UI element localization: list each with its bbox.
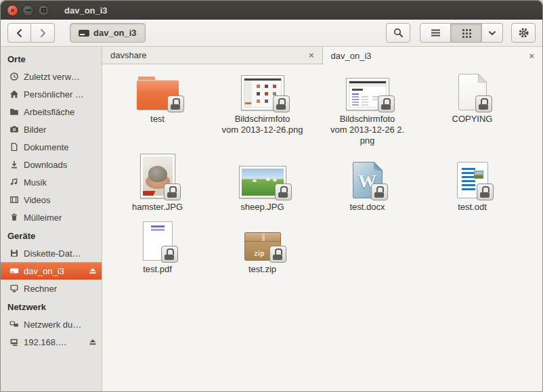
tab-close-button[interactable]: × xyxy=(309,51,314,60)
lock-emblem-icon xyxy=(275,183,292,200)
network-icon xyxy=(9,320,19,329)
sidebar-item-label: Arbeitsfläche xyxy=(24,107,74,117)
eject-icon xyxy=(88,337,97,347)
location-label: dav_on_i3 xyxy=(93,28,137,38)
file-test-folder[interactable]: test xyxy=(105,68,210,146)
chevron-right-icon xyxy=(38,28,47,38)
file-hamster-jpg[interactable]: hamster.JPG xyxy=(105,151,210,213)
file-label: test.zip xyxy=(248,264,276,274)
sidebar-item-muelleimer[interactable]: Mülleimer xyxy=(1,209,102,226)
document-icon xyxy=(9,142,19,152)
search-button[interactable] xyxy=(386,23,410,43)
file-test-odt[interactable]: test.odt xyxy=(420,151,525,213)
sidebar-item-musik[interactable]: Musik xyxy=(1,173,102,191)
tab-davshare[interactable]: davshare × xyxy=(102,47,323,64)
sidebar-item-192-168-share[interactable]: 192.168.… xyxy=(1,333,102,351)
sidebar-item-label: Downloads xyxy=(24,160,67,170)
search-icon xyxy=(393,28,404,38)
file-test-zip[interactable]: zip test.zip xyxy=(210,219,315,275)
sidebar-item-label: Bilder xyxy=(24,125,46,135)
file-test-pdf[interactable]: test.pdf xyxy=(105,219,210,275)
tab-close-button[interactable]: × xyxy=(529,51,534,60)
clock-icon xyxy=(9,72,19,81)
sidebar-item-label: Netzwerk du… xyxy=(24,320,81,330)
sidebar-item-label: Rechner xyxy=(24,284,57,294)
history-button-group xyxy=(7,23,55,43)
sidebar-item-dav-on-i3[interactable]: dav_on_i3 xyxy=(1,262,102,280)
tab-bar: davshare × dav_on_i3 × xyxy=(102,47,542,64)
computer-icon xyxy=(9,284,19,293)
sidebar-item-downloads[interactable]: Downloads xyxy=(1,156,102,173)
file-label-line: Bildschirmfoto xyxy=(222,114,303,125)
music-note-icon xyxy=(9,177,19,187)
grid-view-button[interactable] xyxy=(451,23,482,43)
sidebar-item-label: Diskette-Dat… xyxy=(24,248,81,259)
forward-button[interactable] xyxy=(31,23,55,43)
camera-icon xyxy=(9,125,19,134)
folder-icon xyxy=(9,107,19,116)
window-minimize-button[interactable] xyxy=(22,5,34,16)
file-bildschirmfoto-1[interactable]: Bildschirmfoto vom 2013-12-26.png xyxy=(210,68,315,146)
view-options-dropdown-button[interactable] xyxy=(482,23,503,43)
window-maximize-button[interactable] xyxy=(38,5,49,16)
eject-button[interactable] xyxy=(88,266,97,276)
sidebar-item-dokumente[interactable]: Dokumente xyxy=(1,138,102,156)
sidebar-item-label: 192.168.… xyxy=(24,337,67,347)
tab-label: dav_on_i3 xyxy=(331,51,372,61)
sidebar-section-orte: Orte xyxy=(1,49,102,68)
file-label: test.odt xyxy=(458,202,487,212)
file-label: test xyxy=(150,114,165,124)
sidebar-item-rechner[interactable]: Rechner xyxy=(1,280,102,297)
sidebar-item-label: Dokumente xyxy=(24,142,68,152)
download-icon xyxy=(9,160,19,169)
list-view-icon xyxy=(431,28,441,37)
trash-icon xyxy=(9,213,19,222)
chevron-down-icon xyxy=(487,28,497,38)
location-button[interactable]: dav_on_i3 xyxy=(70,23,146,43)
zip-label: zip xyxy=(255,250,265,257)
file-label: test.pdf xyxy=(143,264,172,274)
sidebar-item-label: Musik xyxy=(24,177,47,188)
eject-button[interactable] xyxy=(88,337,97,347)
sidebar-item-zuletzt-verwendet[interactable]: Zuletzt verw… xyxy=(1,68,102,85)
file-label-line: vom 2013-12-26 2. xyxy=(330,125,404,135)
list-view-button[interactable] xyxy=(420,23,451,43)
tab-dav-on-i3[interactable]: dav_on_i3 × xyxy=(323,47,543,64)
file-sheep-jpg[interactable]: sheep.JPG xyxy=(210,151,315,213)
chevron-left-icon xyxy=(15,28,24,38)
sidebar-item-label: Zuletzt verw… xyxy=(24,72,80,82)
gear-icon xyxy=(518,27,529,39)
toolbar: dav_on_i3 xyxy=(1,20,542,47)
lock-emblem-icon xyxy=(378,95,395,112)
window-close-button[interactable]: × xyxy=(7,5,18,16)
file-test-docx[interactable]: W test.docx xyxy=(315,151,420,213)
back-button[interactable] xyxy=(7,23,31,43)
eject-icon xyxy=(88,266,97,276)
minimize-icon xyxy=(26,9,31,11)
lock-emblem-icon xyxy=(161,246,178,263)
file-label: test.docx xyxy=(349,202,385,212)
sidebar-item-label: Mülleimer xyxy=(24,213,62,223)
file-grid: test Bildschirmfoto vom 2013-12-26.png xyxy=(102,64,542,392)
drive-icon xyxy=(79,30,89,37)
sidebar-item-persoenlicher-ordner[interactable]: Persönlicher … xyxy=(1,85,102,103)
file-bildschirmfoto-2[interactable]: Bildschirmfoto vom 2013-12-26 2. png xyxy=(315,68,420,146)
sidebar-item-videos[interactable]: Videos xyxy=(1,191,102,209)
grid-view-icon xyxy=(462,29,464,31)
gear-menu-button[interactable] xyxy=(511,23,536,43)
lock-emblem-icon xyxy=(475,95,492,112)
film-icon xyxy=(9,195,19,204)
sidebar-item-arbeitsflaeche[interactable]: Arbeitsfläche xyxy=(1,103,102,121)
sidebar-item-netzwerk-durchsuchen[interactable]: Netzwerk du… xyxy=(1,315,102,333)
file-copying[interactable]: COPYING xyxy=(420,68,525,146)
titlebar[interactable]: × dav_on_i3 xyxy=(1,1,542,20)
sidebar-item-bilder[interactable]: Bilder xyxy=(1,121,102,138)
lock-emblem-icon xyxy=(371,183,388,200)
lock-emblem-icon xyxy=(273,95,290,112)
file-label-line: Bildschirmfoto xyxy=(330,114,404,125)
window-title: dav_on_i3 xyxy=(64,5,108,16)
sidebar-item-label: Persönlicher … xyxy=(24,89,84,100)
sidebar-section-geraete: Geräte xyxy=(1,226,102,244)
file-label: sheep.JPG xyxy=(240,202,284,212)
sidebar-item-diskette[interactable]: Diskette-Dat… xyxy=(1,244,102,262)
